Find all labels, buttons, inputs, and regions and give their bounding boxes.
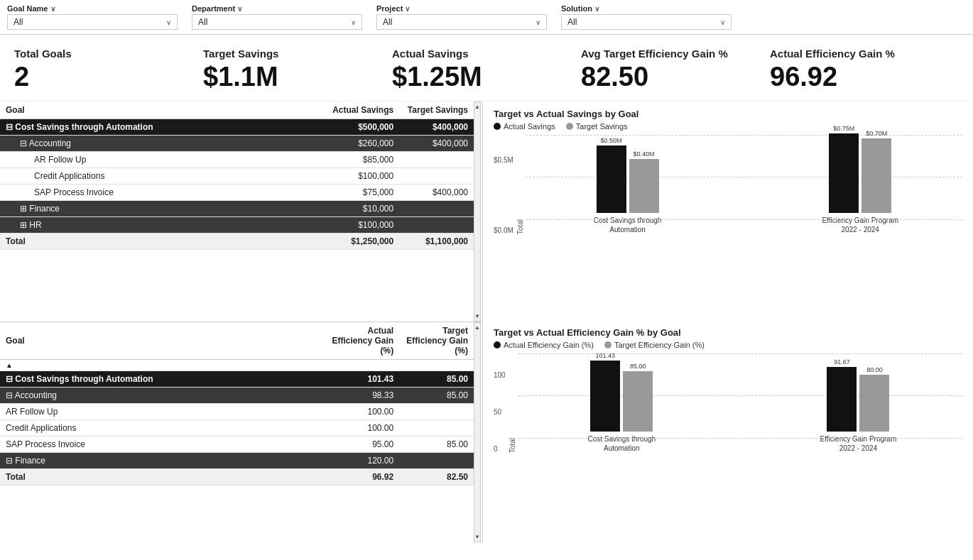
target-cell (399, 151, 474, 168)
bar-actual-wrap-1: $0.75M (829, 125, 859, 213)
kpi-value-actual-savings: $1.25M (392, 62, 482, 92)
filter-select-project[interactable]: All ∨ (376, 14, 547, 30)
chart1-legend-actual-label: Actual Savings (504, 122, 555, 131)
chart1-bars: $0.50M $0.40M Cost Savings throughAutoma… (526, 135, 962, 234)
col-goal-header: Goal (0, 101, 325, 119)
actual-cell: $10,000 (325, 200, 399, 216)
filter-group-solution: Solution ∨ All ∨ (561, 4, 746, 30)
chart2-actual-dot (494, 341, 501, 348)
chart1-y-title: Total (516, 219, 524, 234)
table-row: ⊟ Accounting $260,000 $400,000 (0, 135, 474, 151)
filter-value-solution: All (567, 17, 577, 27)
chart2-y-axis: 100 50 0 (494, 368, 506, 453)
table-row: ⊞ Finance $10,000 (0, 200, 474, 216)
chart2-bar-group-0: 101.43 85.00 Cost Savings throughAutomat… (518, 352, 726, 453)
chart1-legend-actual: Actual Savings (494, 122, 555, 131)
filter-row: Goal Name ∨ All ∨ Department ∨ All ∨ Pro… (0, 0, 973, 35)
table-row: Credit Applications $100,000 (0, 168, 474, 184)
goal2-cell: ⊟ Cost Savings through Automation (0, 370, 325, 387)
table-row: AR Follow Up 100.00 (0, 403, 474, 419)
chart1-y-axis: $0.5M $0.0M (494, 149, 513, 234)
chart2-bar-x-label-0: Cost Savings throughAutomation (587, 434, 656, 453)
chart2-target-dot (604, 341, 611, 348)
table-row: AR Follow Up $85,000 (0, 151, 474, 168)
table-row: Credit Applications 100.00 (0, 419, 474, 436)
col-target-header: Target Savings (399, 101, 474, 119)
chart2-bar-target-0 (623, 371, 653, 432)
kpi-value-total-goals: 2 (14, 62, 29, 92)
chart2-legend-actual-label: Actual Efficiency Gain (%) (504, 341, 594, 349)
chart1-content: $0.5M $0.0M Total $0.50M $0.40 (494, 135, 962, 234)
savings-table: Goal Actual Savings Target Savings ⊟ Cos… (0, 101, 474, 250)
goal2-cell: Total (0, 468, 325, 485)
filter-select-department[interactable]: All ∨ (192, 14, 362, 30)
chart2-legend-target-label: Target Efficiency Gain (%) (614, 341, 705, 349)
chart2-bar-target-1 (859, 375, 889, 432)
filter-select-goal-name[interactable]: All ∨ (7, 14, 178, 30)
table-row: Total 96.92 82.50 (0, 468, 474, 485)
scroll-up-arrow-2[interactable]: ▲ (474, 324, 480, 331)
actual-legend-dot (494, 123, 501, 130)
target-cell: $400,000 (399, 135, 474, 151)
eff-actual-cell: 98.33 (325, 387, 399, 403)
bar-actual-0 (597, 146, 626, 213)
filter-value-project: All (383, 17, 392, 27)
kpi-card-total-goals: Total Goals 2 (14, 48, 203, 92)
eff-target-cell (399, 403, 474, 419)
col-eff-actual-header: Actual Efficiency Gain (%) (325, 322, 399, 360)
actual-cell: $100,000 (325, 216, 399, 233)
filter-value-department: All (198, 17, 207, 27)
bar-actual-wrap-0: $0.50M (597, 137, 626, 213)
kpi-title-avg-target-efficiency: Avg Target Efficiency Gain % (581, 48, 728, 60)
target-cell (399, 216, 474, 233)
filter-select-chevron-solution: ∨ (720, 18, 725, 26)
scroll-down-arrow-1[interactable]: ▼ (474, 313, 480, 319)
bar-target-wrap-1: $0.70M (861, 130, 891, 213)
bar-actual-label-1: $0.75M (833, 125, 854, 132)
actual-cell: $100,000 (325, 168, 399, 184)
chart2-bar-actual-label-0: 101.43 (596, 352, 616, 359)
eff-target-cell: 85.00 (399, 370, 474, 387)
chart2-bar-actual-wrap-1: 91.67 (827, 358, 857, 432)
eff-actual-cell: 95.00 (325, 436, 399, 452)
kpi-value-target-savings: $1.1M (203, 62, 278, 92)
table-row: ⊟ Accounting 98.33 85.00 (0, 387, 474, 403)
kpi-title-actual-savings: Actual Savings (392, 48, 469, 60)
eff-actual-cell: 100.00 (325, 403, 399, 419)
scroll-up-arrow-1[interactable]: ▲ (474, 104, 480, 110)
actual-cell: $1,250,000 (325, 233, 399, 249)
filter-chevron-solution: ∨ (594, 5, 599, 13)
kpi-card-actual-savings: Actual Savings $1.25M (392, 48, 581, 92)
bar-x-label-0: Cost Savings throughAutomation (594, 216, 662, 234)
kpi-value-actual-efficiency: 96.92 (770, 62, 837, 92)
chart2-y-100: 100 (494, 371, 506, 379)
target-legend-dot (566, 123, 573, 130)
eff-target-cell: 82.50 (399, 468, 474, 485)
chart2-bar-pair-1: 91.67 80.00 (827, 358, 889, 432)
col-goal2-header: Goal (0, 322, 325, 360)
chart2-bar-target-wrap-1: 80.00 (859, 366, 889, 432)
chart1-y-label-05: $0.5M (494, 156, 513, 164)
scroll-down-arrow-2[interactable]: ▼ (474, 534, 480, 540)
chart2-y-0: 0 (494, 445, 506, 453)
goal2-cell: ⊟ Accounting (0, 387, 325, 403)
savings-table-section: Goal Actual Savings Target Savings ⊟ Cos… (0, 101, 482, 322)
scroll-indicator-2[interactable]: ▲ ▼ (474, 322, 481, 542)
scroll-indicator-1[interactable]: ▲ ▼ (474, 101, 481, 322)
chart1-bars-area: $0.50M $0.40M Cost Savings throughAutoma… (526, 135, 962, 234)
actual-cell: $85,000 (325, 151, 399, 168)
actual-cell: $260,000 (325, 135, 399, 151)
col-actual-header: Actual Savings (325, 101, 399, 119)
filter-chevron-goal-name: ∨ (50, 5, 55, 13)
filter-select-solution[interactable]: All ∨ (561, 14, 732, 30)
goal-cell: ⊞ HR (0, 216, 325, 233)
chart2-content: 100 50 0 Total 101.43 (494, 353, 962, 453)
kpi-row: Total Goals 2 Target Savings $1.1M Actua… (0, 35, 973, 101)
target-cell (399, 200, 474, 216)
eff-target-cell: 85.00 (399, 387, 474, 403)
chart2-bar-actual-0 (590, 361, 620, 432)
bar-target-label-1: $0.70M (866, 130, 887, 137)
filter-label-department: Department ∨ (192, 4, 362, 13)
table-row: ⊟ Cost Savings through Automation $500,0… (0, 119, 474, 135)
goal2-cell: ⊟ Finance (0, 452, 325, 468)
